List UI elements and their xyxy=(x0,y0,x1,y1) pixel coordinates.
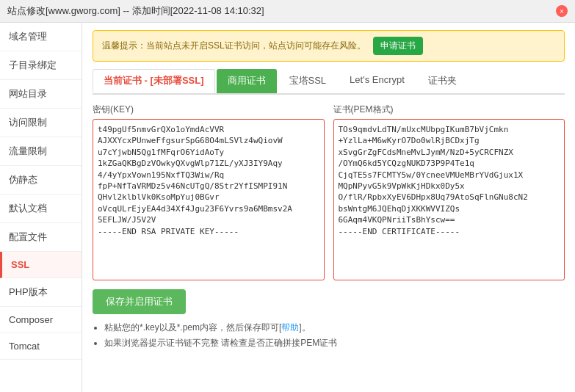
sidebar-item-access-limit[interactable]: 访问限制 xyxy=(0,109,82,137)
sidebar-item-config-file[interactable]: 配置文件 xyxy=(0,223,82,252)
tab-commercial-cert[interactable]: 商用证书 xyxy=(217,69,277,93)
sidebar-item-ssl[interactable]: SSL xyxy=(0,252,82,278)
tabs-container: 当前证书 - [未部署SSL]商用证书宝塔SSLLet's Encrypt证书夹 xyxy=(93,69,565,95)
window-title: 站点修改[www.gworg.com] -- 添加时间[2022-11-08 1… xyxy=(7,4,264,18)
key-panel-label: 密钥(KEY) xyxy=(93,104,325,116)
tips-list: 粘贴您的*.key以及*.pem内容，然后保存即可[帮助]。 如果浏览器提示证书… xyxy=(93,322,565,349)
tip-item-1: 粘贴您的*.key以及*.pem内容，然后保存即可[帮助]。 xyxy=(104,322,565,334)
sidebar-item-domain-mgmt[interactable]: 域名管理 xyxy=(0,23,82,51)
content-area: 温馨提示：当前站点未开启SSL证书访问，站点访问可能存在风险。 申请证书 当前证… xyxy=(82,23,575,392)
cert-panel-label: 证书(PEM格式) xyxy=(333,104,565,116)
tab-cert-folder[interactable]: 证书夹 xyxy=(417,69,468,93)
sidebar-item-subdir-bind[interactable]: 子目录绑定 xyxy=(0,51,82,80)
tip-2-text: 如果浏览器提示证书链不完整 请检查是否正确拼接PEM证书 xyxy=(104,338,337,348)
save-cert-button[interactable]: 保存并启用证书 xyxy=(93,289,186,314)
help-link[interactable]: 帮助 xyxy=(281,322,299,333)
cert-panels: 密钥(KEY) 证书(PEM格式) xyxy=(93,104,565,280)
apply-cert-button[interactable]: 申请证书 xyxy=(373,37,423,55)
warning-text: 温馨提示：当前站点未开启SSL证书访问，站点访问可能存在风险。 xyxy=(102,40,366,52)
key-textarea[interactable] xyxy=(93,119,325,280)
sidebar-item-php-version[interactable]: PHP版本 xyxy=(0,278,82,307)
sidebar-item-flow-limit[interactable]: 流量限制 xyxy=(0,137,82,166)
warning-banner: 温馨提示：当前站点未开启SSL证书访问，站点访问可能存在风险。 申请证书 xyxy=(93,30,565,62)
tab-current-cert[interactable]: 当前证书 - [未部署SSL] xyxy=(93,69,215,93)
sidebar-item-composer[interactable]: Composer xyxy=(0,307,82,333)
key-panel: 密钥(KEY) xyxy=(93,104,325,280)
sidebar-item-pseudo-static[interactable]: 伪静态 xyxy=(0,166,82,195)
sidebar: 域名管理子目录绑定网站目录访问限制流量限制伪静态默认文档配置文件SSLPHP版本… xyxy=(0,23,82,392)
cert-panel: 证书(PEM格式) xyxy=(333,104,565,280)
cert-textarea[interactable] xyxy=(333,119,565,280)
tab-lets-encrypt[interactable]: Let's Encrypt xyxy=(339,69,416,93)
close-button[interactable]: × xyxy=(556,5,568,17)
sidebar-item-default-doc[interactable]: 默认文档 xyxy=(0,195,82,223)
tip-item-2: 如果浏览器提示证书链不完整 请检查是否正确拼接PEM证书 xyxy=(104,337,565,349)
sidebar-item-tomcat[interactable]: Tomcat xyxy=(0,333,82,360)
main-layout: 域名管理子目录绑定网站目录访问限制流量限制伪静态默认文档配置文件SSLPHP版本… xyxy=(0,23,575,392)
tip-1-text: 粘贴您的*.key以及*.pem内容，然后保存即可[帮助]。 xyxy=(104,322,311,333)
titlebar: 站点修改[www.gworg.com] -- 添加时间[2022-11-08 1… xyxy=(0,0,575,23)
tab-baota-ssl[interactable]: 宝塔SSL xyxy=(278,69,338,93)
main-window: 站点修改[www.gworg.com] -- 添加时间[2022-11-08 1… xyxy=(0,0,575,392)
sidebar-item-website-dir[interactable]: 网站目录 xyxy=(0,80,82,109)
